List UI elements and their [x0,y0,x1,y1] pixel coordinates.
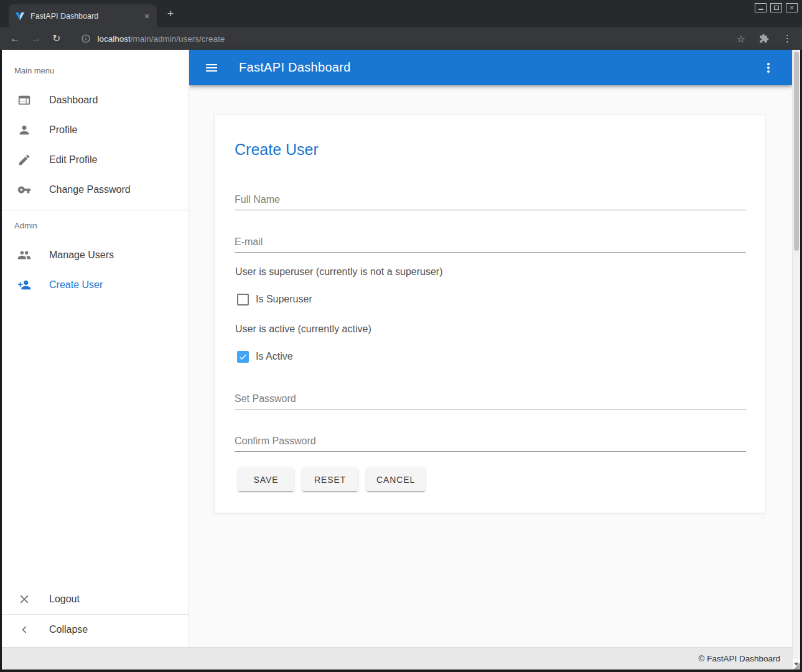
create-user-card: Create User User is superuser (currently… [214,114,765,513]
sidebar-item-dashboard[interactable]: Dashboard [2,85,189,115]
pencil-icon [17,152,32,167]
hamburger-menu-icon[interactable] [204,60,219,75]
sidebar-item-manage-users[interactable]: Manage Users [2,240,189,270]
sidebar-item-label: Dashboard [49,95,98,106]
is-superuser-checkbox[interactable]: Is Superuser [237,292,312,306]
checkbox-label: Is Superuser [256,294,312,305]
url-host: localhost [97,34,130,44]
extensions-icon[interactable] [759,34,769,44]
footer-copyright: © FastAPI Dashboard [698,654,780,663]
sidebar-item-label: Profile [49,124,77,136]
close-x-icon [17,592,32,607]
sidebar-section-main-menu: Main menu [14,66,54,75]
back-icon[interactable]: ← [10,34,20,44]
checkbox-icon [237,294,249,306]
cancel-button[interactable]: CANCEL [366,468,425,491]
maximize-icon [774,6,779,10]
new-tab-button[interactable]: + [164,8,177,21]
reload-icon[interactable]: ↻ [52,34,60,44]
footer: © FastAPI Dashboard [2,647,800,670]
sidebar-item-label: Create User [49,279,103,291]
site-info-icon[interactable] [81,34,91,44]
person-icon [17,123,32,138]
sidebar-item-label: Manage Users [49,250,114,261]
forward-icon[interactable]: → [31,34,41,44]
window-controls: × [755,3,798,12]
minimize-button[interactable] [755,3,767,12]
address-bar[interactable]: localhost/main/admin/users/create [97,34,225,44]
sidebar-item-label: Logout [49,594,80,605]
minimize-icon [758,9,763,10]
appbar-menu-icon[interactable] [761,60,776,75]
set-password-input[interactable] [235,388,746,409]
page: Main menu Dashboard Profile Edit Profile… [2,50,800,670]
bookmark-star-icon[interactable]: ☆ [737,33,745,45]
vuetify-favicon-icon [15,11,25,21]
sidebar-item-create-user[interactable]: Create User [2,270,189,300]
scrollbar[interactable] [792,50,800,670]
sidebar-collapse-button[interactable]: Collapse [2,615,189,645]
sidebar-item-logout[interactable]: Logout [2,584,189,614]
scrollbar-thumb[interactable] [794,52,799,251]
is-active-checkbox[interactable]: Is Active [237,350,293,363]
dashboard-icon [17,93,32,108]
resize-grip[interactable] [793,663,800,670]
tab-close-icon[interactable]: × [142,11,152,21]
checkbox-label: Is Active [256,351,293,362]
key-icon [17,182,32,197]
sidebar-item-label: Change Password [49,184,131,195]
sidebar-item-profile[interactable]: Profile [2,115,189,145]
sidebar-item-change-password[interactable]: Change Password [2,175,189,205]
appbar-title: FastAPI Dashboard [239,60,351,75]
form-actions: SAVE RESET CANCEL [238,468,425,491]
close-button[interactable]: × [786,3,798,12]
tab-title: FastAPI Dashboard [30,12,142,21]
sidebar-section-admin: Admin [14,221,37,230]
superuser-hint: User is superuser (currently is not a su… [235,266,442,278]
main-content: FastAPI Dashboard Create User User is su… [189,50,792,647]
chevron-left-icon [17,622,32,637]
checkbox-icon [237,351,249,363]
person-add-icon [17,278,32,292]
sidebar-item-edit-profile[interactable]: Edit Profile [2,145,189,175]
people-icon [17,248,32,263]
reset-button[interactable]: RESET [302,468,358,491]
email-input[interactable] [235,231,746,253]
page-title: Create User [235,141,319,159]
sidebar-item-label: Collapse [49,624,88,635]
browser-menu-icon[interactable]: ⋮ [783,33,792,44]
save-button[interactable]: SAVE [238,468,294,491]
browser-tab[interactable]: FastAPI Dashboard × [9,4,157,27]
sidebar: Main menu Dashboard Profile Edit Profile… [2,50,189,647]
full-name-input[interactable] [235,189,746,210]
app-bar: FastAPI Dashboard [189,50,792,85]
confirm-password-input[interactable] [235,431,746,452]
active-hint: User is active (currently active) [235,324,371,335]
sidebar-item-label: Edit Profile [49,154,97,166]
maximize-button[interactable] [770,3,782,12]
window-titlebar: FastAPI Dashboard × + × [0,0,802,27]
sidebar-divider [2,210,189,210]
url-path: /main/admin/users/create [131,34,225,44]
close-icon: × [790,4,793,11]
browser-toolbar: ← → ↻ localhost/main/admin/users/create … [0,27,802,50]
